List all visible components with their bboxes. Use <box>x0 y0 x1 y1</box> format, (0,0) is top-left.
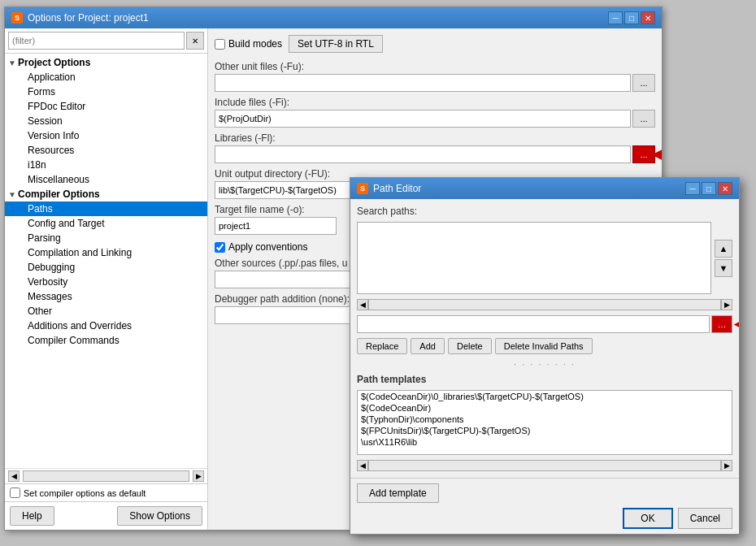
template-item[interactable]: $(FPCUnitsDir)\$(TargetCPU)-$(TargetOS) <box>358 425 732 436</box>
libraries-field: Libraries (-Fl): ... ◀ 1 <box>215 132 655 163</box>
path-templates-label: Path templates <box>357 374 732 385</box>
move-down-button[interactable]: ▼ <box>715 259 732 277</box>
red-arrow-icon: ◀ <box>652 146 662 162</box>
sidebar-item-paths[interactable]: Paths <box>5 202 207 216</box>
path-editor-body: Search paths: ▲ ▼ ◀ ▶ … ◀ 2 R <box>350 199 739 478</box>
templates-scroll-right-btn[interactable]: ▶ <box>721 460 732 471</box>
add-button[interactable]: Add <box>411 338 445 354</box>
apply-conventions-checkbox[interactable] <box>215 242 225 253</box>
search-paths-area: ▲ ▼ <box>357 222 732 294</box>
sidebar-item-resources[interactable]: Resources <box>5 143 207 158</box>
tree-container: ▼ Project Options Application Forms FPDo… <box>5 54 207 468</box>
sidebar-item-compiler-commands[interactable]: Compiler Commands <box>5 333 207 348</box>
build-modes-label: Build modes <box>228 38 282 50</box>
move-up-button[interactable]: ▲ <box>715 240 732 258</box>
template-item[interactable]: $(CodeOceanDir) <box>358 402 732 414</box>
left-scroll-btn[interactable]: ◀ <box>8 470 20 482</box>
app-icon: S <box>11 12 23 24</box>
search-paths-scroll-row: ◀ ▶ <box>357 299 732 310</box>
h-scrollbar[interactable] <box>23 470 189 482</box>
left-panel: ✕ ▼ Project Options Application Forms FP… <box>5 28 208 530</box>
path-browse-button[interactable]: … <box>711 315 732 333</box>
add-template-button[interactable]: Add template <box>357 483 439 503</box>
cancel-button[interactable]: Cancel <box>678 508 732 529</box>
delete-invalid-button[interactable]: Delete Invalid Paths <box>495 338 593 354</box>
template-item[interactable]: $(CodeOceanDir)\0_libraries\$(TargetCPU)… <box>358 391 732 402</box>
annotation-2: ◀ 2 <box>734 315 739 332</box>
apply-conventions-label: Apply conventions <box>228 241 307 253</box>
sidebar-item-i18n[interactable]: i18n <box>5 158 207 172</box>
include-files-field: Include files (-Fi): ... <box>215 97 655 128</box>
compiler-default-checkbox[interactable] <box>10 488 20 498</box>
sidebar-item-application[interactable]: Application <box>5 70 207 84</box>
path-input-row: … ◀ 2 <box>357 315 732 333</box>
path-editor-footer: Add template OK Cancel <box>350 478 739 534</box>
path-templates-list[interactable]: $(CodeOceanDir)\0_libraries\$(TargetCPU)… <box>357 390 732 455</box>
templates-hscroll[interactable] <box>368 460 721 471</box>
path-input[interactable] <box>357 315 710 333</box>
sidebar-item-config-target[interactable]: Config and Target <box>5 216 207 231</box>
path-editor-title-left: S Path Editor <box>357 183 421 194</box>
sidebar-item-other[interactable]: Other <box>5 304 207 318</box>
delete-button[interactable]: Delete <box>448 338 492 354</box>
main-titlebar: S Options for Project: project1 ─ □ ✕ <box>5 7 662 28</box>
set-utf8-button[interactable]: Set UTF-8 in RTL <box>289 35 383 53</box>
project-options-header[interactable]: ▼ Project Options <box>5 55 207 70</box>
path-editor-titlebar: S Path Editor ─ □ ✕ <box>350 178 739 199</box>
sidebar-item-compilation-linking[interactable]: Compilation and Linking <box>5 245 207 260</box>
close-button[interactable]: ✕ <box>641 11 655 24</box>
sidebar-item-forms[interactable]: Forms <box>5 84 207 99</box>
path-editor-close-btn[interactable]: ✕ <box>718 182 732 195</box>
scroll-right-btn[interactable]: ▶ <box>721 299 732 310</box>
path-editor-maximize-btn[interactable]: □ <box>702 182 716 195</box>
sidebar-item-fpdoc-editor[interactable]: FPDoc Editor <box>5 99 207 114</box>
maximize-button[interactable]: □ <box>624 11 639 24</box>
sidebar-item-verbosity[interactable]: Verbosity <box>5 275 207 289</box>
include-files-browse-btn[interactable]: ... <box>632 110 655 128</box>
path-editor-minimize-btn[interactable]: ─ <box>685 182 700 195</box>
filter-clear-button[interactable]: ✕ <box>186 32 204 50</box>
template-item[interactable]: \usr\X11R6\lib <box>358 436 732 448</box>
sidebar-item-miscellaneous[interactable]: Miscellaneous <box>5 172 207 187</box>
libraries-input[interactable] <box>215 145 631 163</box>
other-unit-files-input[interactable] <box>215 74 631 92</box>
dotted-separator: · · · · · · · · <box>357 359 732 369</box>
path-editor-icon: S <box>357 183 368 194</box>
path-action-buttons: Replace Add Delete Delete Invalid Paths <box>357 338 732 354</box>
include-files-input[interactable] <box>215 110 631 128</box>
path-editor-dialog: S Path Editor ─ □ ✕ Search paths: ▲ ▼ ◀ … <box>350 177 740 535</box>
other-unit-files-label: Other unit files (-Fu): <box>215 61 655 72</box>
ok-cancel-row: OK Cancel <box>357 508 732 529</box>
sidebar-item-parsing[interactable]: Parsing <box>5 231 207 245</box>
sidebar-item-additions-overrides[interactable]: Additions and Overrides <box>5 318 207 333</box>
template-item[interactable]: $(TyphonDir)\components <box>358 414 732 425</box>
help-button[interactable]: Help <box>10 506 54 526</box>
filter-input[interactable] <box>8 32 185 50</box>
right-scroll-btn[interactable]: ▶ <box>193 470 204 482</box>
add-template-row: Add template <box>357 483 732 503</box>
sidebar-item-messages[interactable]: Messages <box>5 289 207 304</box>
build-modes-checkbox[interactable] <box>215 39 225 50</box>
target-file-input[interactable] <box>215 217 337 235</box>
search-paths-list[interactable] <box>357 222 711 294</box>
red-arrow-2-icon: ◀ <box>734 316 739 332</box>
other-unit-files-browse-btn[interactable]: ... <box>632 74 655 92</box>
sidebar-item-session[interactable]: Session <box>5 114 207 128</box>
sidebar-item-debugging[interactable]: Debugging <box>5 260 207 275</box>
set-compiler-default-check[interactable]: Set compiler options as default <box>10 488 202 498</box>
scroll-left-btn[interactable]: ◀ <box>357 299 368 310</box>
search-paths-hscroll[interactable] <box>368 299 721 310</box>
show-options-button[interactable]: Show Options <box>117 506 202 526</box>
titlebar-controls: ─ □ ✕ <box>608 11 655 24</box>
templates-scroll-left-btn[interactable]: ◀ <box>357 460 368 471</box>
minimize-button[interactable]: ─ <box>608 11 623 24</box>
replace-button[interactable]: Replace <box>357 338 407 354</box>
search-paths-label: Search paths: <box>357 206 732 217</box>
path-editor-title: Path Editor <box>373 183 421 194</box>
other-unit-files-field: Other unit files (-Fu): ... <box>215 61 655 92</box>
ok-button[interactable]: OK <box>623 508 672 529</box>
sidebar-item-version-info[interactable]: Version Info <box>5 128 207 143</box>
build-modes-check[interactable]: Build modes <box>215 38 282 50</box>
libraries-label: Libraries (-Fl): <box>215 132 655 144</box>
compiler-options-header[interactable]: ▼ Compiler Options <box>5 187 207 202</box>
